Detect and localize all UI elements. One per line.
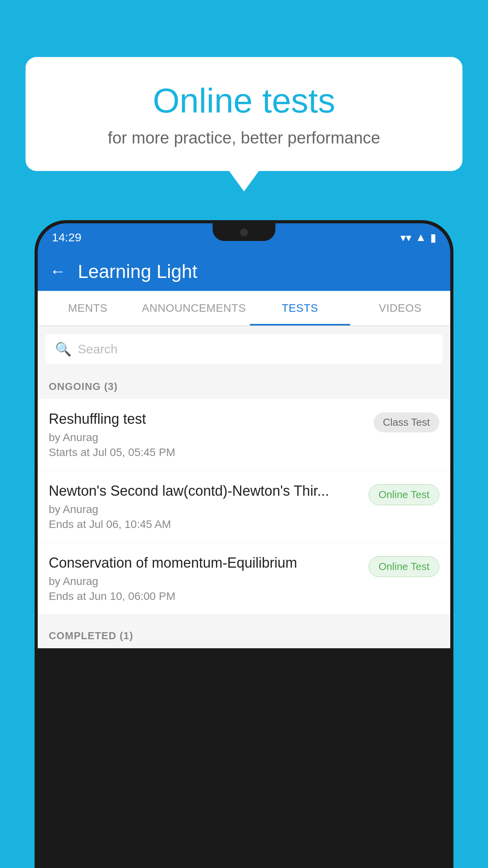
test-badge-newtons: Online Test (369, 484, 439, 505)
screen-content: 🔍 Search ONGOING (3) Reshuffling test by… (38, 326, 450, 648)
tab-tests[interactable]: TESTS (250, 291, 350, 326)
test-name-reshuffling: Reshuffling test (49, 411, 366, 427)
signal-icon: ▲ (415, 231, 426, 244)
test-item-newtons[interactable]: Newton's Second law(contd)-Newton's Thir… (38, 471, 450, 543)
test-badge-reshuffling: Class Test (374, 412, 439, 432)
search-bar[interactable]: 🔍 Search (46, 334, 442, 364)
test-author-conservation: by Anurag (49, 575, 361, 588)
status-icons: ▾▾ ▲ ▮ (400, 231, 436, 244)
battery-icon: ▮ (430, 231, 436, 244)
status-time: 14:29 (52, 231, 81, 244)
test-info-reshuffling: Reshuffling test by Anurag Starts at Jul… (49, 411, 374, 459)
wifi-icon: ▾▾ (400, 231, 411, 244)
tab-videos[interactable]: VIDEOS (350, 291, 450, 326)
test-item-reshuffling[interactable]: Reshuffling test by Anurag Starts at Jul… (38, 399, 450, 471)
speech-bubble-container: Online tests for more practice, better p… (26, 57, 462, 171)
test-date-conservation: Ends at Jun 10, 06:00 PM (49, 590, 361, 603)
test-name-newtons: Newton's Second law(contd)-Newton's Thir… (49, 483, 361, 499)
search-placeholder: Search (78, 342, 117, 357)
test-author-reshuffling: by Anurag (49, 431, 366, 444)
back-button[interactable]: ← (50, 262, 66, 281)
camera-dot (240, 228, 248, 236)
completed-section-header: COMPLETED (1) (38, 621, 450, 648)
app-title: Learning Light (78, 261, 197, 282)
phone-frame: 14:29 ▾▾ ▲ ▮ ← Learning Light MENTS ANNO… (35, 220, 453, 868)
test-author-newtons: by Anurag (49, 503, 361, 516)
test-date-newtons: Ends at Jul 06, 10:45 AM (49, 518, 361, 531)
app-bar: ← Learning Light (38, 252, 450, 291)
test-name-conservation: Conservation of momentum-Equilibrium (49, 555, 361, 571)
ongoing-section-header: ONGOING (3) (38, 372, 450, 399)
notch (213, 223, 275, 241)
test-item-conservation[interactable]: Conservation of momentum-Equilibrium by … (38, 543, 450, 615)
tab-announcements[interactable]: ANNOUNCEMENTS (138, 291, 250, 326)
status-bar: 14:29 ▾▾ ▲ ▮ (38, 223, 450, 252)
phone-inner: 14:29 ▾▾ ▲ ▮ ← Learning Light MENTS ANNO… (38, 223, 450, 868)
tab-ments[interactable]: MENTS (38, 291, 138, 326)
test-date-reshuffling: Starts at Jul 05, 05:45 PM (49, 446, 366, 459)
speech-bubble: Online tests for more practice, better p… (26, 57, 462, 171)
test-info-newtons: Newton's Second law(contd)-Newton's Thir… (49, 483, 369, 531)
bubble-title: Online tests (57, 81, 431, 121)
search-icon: 🔍 (55, 341, 72, 357)
test-badge-conservation: Online Test (369, 556, 439, 577)
bubble-subtitle: for more practice, better performance (57, 129, 431, 147)
test-info-conservation: Conservation of momentum-Equilibrium by … (49, 555, 369, 603)
tabs-container: MENTS ANNOUNCEMENTS TESTS VIDEOS (38, 291, 450, 326)
